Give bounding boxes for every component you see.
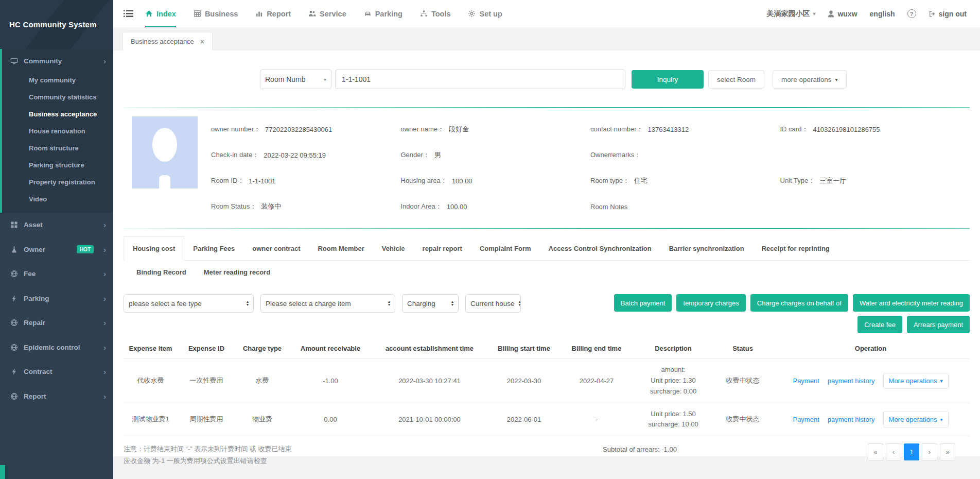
sidebar-item-video[interactable]: Video [2,191,113,208]
sidebar-section-label: Parking [24,295,49,302]
cell-expense-id: 一次性费用 [178,376,235,385]
tab-binding-record[interactable]: Binding Record [128,261,195,284]
pagination: « ‹ 1 › » [868,443,970,460]
cell-billing-end: 2022-04-27 [561,377,633,385]
more-operations-label: More operations [889,377,937,385]
cell-charge-type: 物业费 [235,415,289,424]
top-nav-report[interactable]: Report [255,0,291,27]
sidebar-item-community-statistics[interactable]: Community statistics [2,89,113,106]
top-nav-tools[interactable]: Tools [420,0,451,27]
tab-meter-reading-record[interactable]: Meter reading record [195,261,279,284]
tab-business-acceptance[interactable]: Business acceptance × [122,32,213,50]
cell-expense-item: 测试物业费1 [124,415,178,424]
tab-access-control-sync[interactable]: Access Control Synchronization [540,237,660,260]
globe-icon [10,270,18,278]
temporary-charges-button[interactable]: temporary charges [676,294,745,312]
select-arrows-icon: ▴▾ [388,300,390,307]
cell-amount-receivable: -1.00 [289,377,372,385]
water-electricity-meter-button[interactable]: Water and electricity meter reading [853,294,970,312]
tab-complaint-form[interactable]: Complaint Form [471,237,540,260]
select-room-button[interactable]: select Room [708,70,764,89]
charge-item-value: Please select a charge item [266,300,351,307]
top-nav-index[interactable]: Index [145,0,176,27]
bolt-icon [10,368,18,375]
payment-history-link[interactable]: payment history [828,416,875,423]
sidebar-section-parking[interactable]: Parking › [0,286,113,311]
top-nav-setup[interactable]: Set up [468,0,502,27]
pagination-first[interactable]: « [868,443,883,460]
username: wuxw [837,10,857,18]
top-nav-parking[interactable]: Parking [364,0,402,27]
current-house-select[interactable]: Current house ▴▾ [465,294,521,313]
sidebar-item-parking-structure[interactable]: Parking structure [2,157,113,174]
tab-repair-report[interactable]: repair report [414,237,471,260]
fee-type-select[interactable]: please select a fee type ▴▾ [124,294,254,313]
arrears-payment-button[interactable]: Arrears payment [907,316,970,333]
column-header: Amount receivable [289,345,372,352]
community-selector[interactable]: 美满家园小区 ▾ [766,9,815,19]
payment-link[interactable]: Payment [793,377,819,385]
inquiry-button[interactable]: Inquiry [632,70,704,89]
hot-badge: HOT [77,245,94,253]
sidebar-section-label: Report [24,392,46,400]
tab-housing-cost[interactable]: Housing cost [124,236,184,261]
search-field-type-select[interactable]: Room Numb ▾ [260,70,331,89]
tab-room-member[interactable]: Room Member [309,237,373,260]
sidebar-section-epidemic-control[interactable]: Epidemic control › [0,335,113,360]
filter-toolbar: please select a fee type ▴▾ Please selec… [124,294,970,333]
pagination-prev[interactable]: ‹ [886,443,901,460]
payment-history-link[interactable]: payment history [828,377,875,385]
tab-barrier-sync[interactable]: Barrier synchronization [660,237,753,260]
pagination-last[interactable]: » [940,443,955,460]
cell-status: 收费中状态 [714,415,772,424]
table-notes: 注意：计费结束时间 “-” 表示未到计费时间 或 收费已结束 应收金额 为-1 … [124,443,412,467]
app-root: HC Community System Community › My commu… [0,0,980,479]
chevron-right-icon: › [103,318,106,327]
batch-payment-button[interactable]: Batch payment [614,294,672,312]
open-tabs-strip: Business acceptance × [113,27,980,50]
close-icon[interactable]: × [200,39,204,44]
top-nav-service[interactable]: Service [308,0,346,27]
pagination-next[interactable]: › [922,443,937,460]
cell-account-time: 2021-10-01 00:00:00 [372,416,487,423]
user-menu[interactable]: wuxw [828,10,857,18]
sidebar-item-my-community[interactable]: My community [2,72,113,89]
sidebar-section-fee[interactable]: Fee › [0,262,113,286]
sidebar-item-business-acceptance[interactable]: Business acceptance [2,106,113,123]
tab-parking-fees[interactable]: Parking Fees [184,237,243,260]
tab-vehicle[interactable]: Vehicle [373,237,414,260]
sidebar-section-owner[interactable]: Owner HOT › [0,237,113,262]
sidebar-section-community-header[interactable]: Community › [2,49,113,72]
help-icon[interactable]: ? [907,9,916,18]
top-nav-business[interactable]: Business [194,0,238,27]
hamburger-icon[interactable] [113,0,143,27]
charge-on-behalf-button[interactable]: Charge charges on behalf of [750,294,848,312]
sidebar-section-asset[interactable]: Asset › [0,213,113,237]
charging-status-select[interactable]: Charging ▴▾ [402,294,459,313]
field-label: Check-in date： [211,150,259,160]
language-toggle[interactable]: english [870,10,895,18]
globe-icon [10,319,18,327]
payment-link[interactable]: Payment [793,416,819,423]
tab-receipt-reprinting[interactable]: Receipt for reprinting [753,237,838,260]
top-nav-label: Parking [375,10,402,18]
create-fee-button[interactable]: Create fee [857,316,902,333]
tab-owner-contract[interactable]: owner contract [243,237,309,260]
monitor-icon [10,57,18,65]
top-nav-label: Tools [431,10,451,18]
sidebar-item-room-structure[interactable]: Room structure [2,140,113,157]
caret-down-icon: ▾ [940,378,943,384]
room-number-input[interactable] [335,70,625,89]
charge-item-select[interactable]: Please select a charge item ▴▾ [260,294,395,313]
sign-out-button[interactable]: sign out [929,10,967,18]
sidebar-section-contract[interactable]: Contract › [0,360,113,384]
more-operations-button[interactable]: more operations ▾ [773,70,847,89]
more-operations-button[interactable]: More operations ▾ [883,373,949,389]
more-operations-button[interactable]: More operations ▾ [883,412,949,427]
sidebar-section-report[interactable]: Report › [0,384,113,409]
sidebar-item-house-renovation[interactable]: House renovation [2,123,113,140]
pagination-page-1[interactable]: 1 [904,443,919,460]
more-operations-label: More operations [889,416,937,423]
sidebar-item-property-registration[interactable]: Property registration [2,174,113,191]
sidebar-section-repair[interactable]: Repair › [0,311,113,335]
